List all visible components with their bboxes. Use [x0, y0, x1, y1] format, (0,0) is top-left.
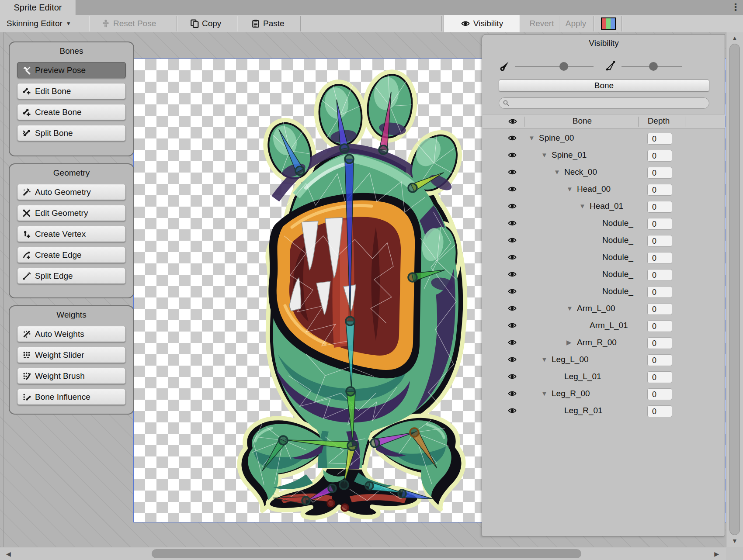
depth-field[interactable]: 0	[647, 184, 672, 196]
eye-icon[interactable]	[507, 202, 518, 210]
depth-field[interactable]: 0	[647, 252, 672, 264]
eye-icon[interactable]	[507, 151, 518, 159]
create-edge-button[interactable]: Create Edge	[17, 247, 126, 263]
bone-name[interactable]: Nodule_	[602, 287, 633, 296]
eye-icon[interactable]	[507, 390, 518, 398]
bone-name[interactable]: Leg_L_00	[552, 355, 589, 364]
eye-column-icon[interactable]	[507, 118, 518, 125]
bone-tree-row[interactable]: ▼ Leg_L_00 0	[482, 352, 726, 369]
eye-icon[interactable]	[507, 373, 518, 380]
expand-triangle[interactable]: ▼	[528, 134, 535, 142]
visibility-toggle-button[interactable]: Visibility	[444, 15, 520, 32]
depth-column-header[interactable]: Depth	[640, 116, 677, 126]
bone-name[interactable]: Arm_R_00	[577, 338, 617, 347]
mesh-opacity-slider-knob[interactable]	[649, 62, 658, 71]
eye-icon[interactable]	[507, 407, 518, 415]
bone-tree-row[interactable]: ▶ Arm_R_00 0	[482, 335, 726, 352]
scroll-right-arrow-icon[interactable]: ▶	[714, 550, 719, 557]
scroll-down-arrow-icon[interactable]: ▼	[732, 537, 738, 544]
bone-name[interactable]: Spine_01	[552, 150, 587, 160]
scroll-left-arrow-icon[interactable]: ◀	[6, 550, 11, 557]
expand-triangle[interactable]: ▼	[541, 390, 548, 397]
expand-triangle[interactable]: ▼	[541, 151, 548, 159]
eye-icon[interactable]	[507, 321, 518, 329]
depth-field[interactable]: 0	[647, 388, 672, 400]
edit-geometry-button[interactable]: Edit Geometry	[17, 205, 126, 221]
apply-button[interactable]: Apply	[560, 15, 592, 32]
bone-influence-button[interactable]: Bone Influence	[17, 389, 126, 405]
eye-icon[interactable]	[507, 236, 518, 244]
bone-name[interactable]: Head_00	[577, 184, 611, 194]
depth-field[interactable]: 0	[647, 133, 672, 145]
bone-name[interactable]: Leg_R_01	[564, 406, 603, 415]
bone-name[interactable]: Arm_L_00	[577, 304, 615, 313]
create-bone-button[interactable]: Create Bone	[17, 104, 126, 120]
depth-field[interactable]: 0	[647, 405, 672, 417]
bone-opacity-slider-knob[interactable]	[559, 62, 568, 71]
depth-field[interactable]: 0	[647, 337, 672, 349]
bone-name[interactable]: Nodule_	[602, 270, 633, 279]
vertical-scroll-thumb[interactable]	[729, 44, 740, 535]
expand-triangle[interactable]: ▼	[554, 168, 560, 176]
bone-name[interactable]: Nodule_	[602, 235, 633, 245]
horizontal-scroll-thumb[interactable]	[152, 549, 581, 558]
eye-icon[interactable]	[507, 185, 518, 193]
depth-field[interactable]: 0	[647, 235, 672, 247]
expand-triangle[interactable]: ▼	[541, 356, 548, 363]
depth-field[interactable]: 0	[647, 303, 672, 315]
edit-bone-button[interactable]: Edit Bone	[17, 83, 126, 99]
expand-triangle[interactable]: ▶	[566, 339, 572, 346]
reset-pose-button[interactable]: Reset Pose	[101, 15, 156, 32]
split-bone-button[interactable]: Split Bone	[17, 125, 126, 141]
revert-button[interactable]: Revert	[525, 15, 559, 32]
depth-field[interactable]: 0	[647, 150, 672, 162]
bone-name[interactable]: Head_01	[590, 201, 623, 211]
depth-field[interactable]: 0	[647, 354, 672, 366]
create-vertex-button[interactable]: Create Vertex	[17, 226, 126, 242]
copy-button[interactable]: Copy	[190, 15, 221, 32]
bone-search-input[interactable]	[499, 97, 709, 109]
bone-tree-row[interactable]: Leg_L_01 0	[482, 369, 726, 386]
bone-name[interactable]: Neck_00	[564, 167, 597, 177]
depth-field[interactable]: 0	[647, 167, 672, 179]
eye-icon[interactable]	[507, 134, 518, 142]
rgb-swatch-icon[interactable]	[601, 15, 616, 32]
bone-column-header[interactable]: Bone	[538, 116, 626, 126]
bone-tree-row[interactable]: ▼ Spine_01 0	[482, 147, 726, 164]
scroll-up-arrow-icon[interactable]: ▲	[732, 35, 738, 41]
eye-icon[interactable]	[507, 168, 518, 176]
bone-tree-row[interactable]: ▼ Leg_R_00 0	[482, 386, 726, 403]
bone-name[interactable]: Nodule_	[602, 218, 633, 228]
depth-field[interactable]: 0	[647, 371, 672, 383]
bone-name[interactable]: Leg_L_01	[564, 372, 601, 381]
bone-tree-row[interactable]: Nodule_ 0	[482, 266, 726, 283]
eye-icon[interactable]	[507, 287, 518, 295]
depth-field[interactable]: 0	[647, 201, 672, 213]
preview-pose-button[interactable]: Preview Pose	[17, 62, 126, 78]
bone-tree-row[interactable]: ▼ Arm_L_00 0	[482, 301, 726, 318]
paste-button[interactable]: Paste	[251, 15, 285, 32]
depth-field[interactable]: 0	[647, 320, 672, 332]
bone-name[interactable]: Leg_R_00	[552, 389, 590, 398]
bone-name[interactable]: Spine_00	[539, 133, 574, 143]
tab-sprite-editor[interactable]: Sprite Editor	[0, 0, 76, 15]
bone-tree-row[interactable]: ▼ Head_01 0	[482, 198, 726, 215]
bone-tree-row[interactable]: ▼ Spine_00 0	[482, 130, 726, 147]
eye-icon[interactable]	[507, 304, 518, 312]
bone-tree-row[interactable]: Nodule_ 0	[482, 215, 726, 232]
bone-tree-row[interactable]: Leg_R_01 0	[482, 403, 726, 420]
vertical-ellipsis-icon[interactable]: ⋮	[731, 2, 740, 13]
eye-icon[interactable]	[507, 356, 518, 363]
horizontal-scrollbar[interactable]: ◀ ▶	[0, 547, 726, 560]
weight-slider-button[interactable]: Weight Slider	[17, 347, 126, 363]
bone-tree-row[interactable]: ▼ Head_00 0	[482, 181, 726, 198]
depth-field[interactable]: 0	[647, 286, 672, 298]
bone-tree-row[interactable]: Nodule_ 0	[482, 283, 726, 301]
bone-tree-row[interactable]: Arm_L_01 0	[482, 318, 726, 335]
skinning-editor-dropdown[interactable]: Skinning Editor ▼	[7, 15, 71, 32]
eye-icon[interactable]	[507, 339, 518, 346]
eye-icon[interactable]	[507, 219, 518, 227]
bone-name[interactable]: Nodule_	[602, 252, 633, 262]
auto-weights-button[interactable]: Auto Weights	[17, 326, 126, 342]
bone-opacity-slider-track[interactable]	[515, 66, 594, 67]
